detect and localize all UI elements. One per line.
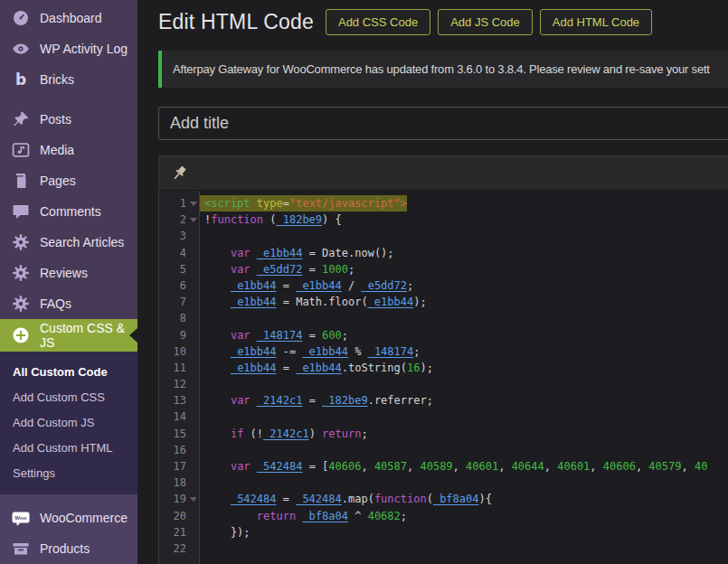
woocommerce-icon: Woo: [12, 509, 30, 527]
sidebar-item-comments[interactable]: Comments: [0, 196, 137, 227]
gear-icon: [12, 233, 30, 251]
code-line: 10 _e1bb44 -= _e1bb44 % _148174;: [159, 343, 728, 360]
add-css-code-button[interactable]: Add CSS Code: [326, 9, 430, 35]
code-line: 20 return _bf8a04 ^ 40682;: [159, 508, 728, 524]
menu-separator: [0, 95, 137, 104]
line-number: 13: [159, 392, 200, 409]
code-line-text: var _542484 = [40606, 40587, 40589, 4060…: [200, 458, 728, 475]
sidebar-item-dashboard[interactable]: Dashboard: [0, 3, 137, 33]
fold-arrow-icon[interactable]: [190, 497, 197, 502]
sidebar-item-label: Dashboard: [40, 11, 102, 25]
code-line-text: [200, 310, 728, 326]
code-line: 5 var _e5dd72 = 1000;: [159, 261, 728, 277]
comments-icon: [12, 202, 30, 221]
code-line: 13 var _2142c1 = _182be9.referrer;: [159, 392, 728, 409]
bricks-icon: b: [12, 70, 30, 89]
page-title: Edit HTML Code: [158, 10, 314, 34]
sidebar-item-label: Custom CSS & JS: [40, 321, 130, 350]
submenu-item-add-custom-html[interactable]: Add Custom HTML: [0, 435, 137, 460]
code-line: 15 if (!_2142c1) return;: [159, 426, 728, 442]
sidebar-item-reviews[interactable]: Reviews: [0, 258, 137, 288]
line-number: 15: [159, 426, 200, 442]
line-number: 1: [159, 195, 200, 212]
code-line: 9 var _148174 = 600;: [159, 327, 728, 343]
line-number: 6: [159, 277, 200, 294]
code-line-text: _542484 = _542484.map(function(_bf8a04){: [200, 491, 728, 507]
line-number: 20: [159, 508, 200, 524]
sidebar-item-wp-activity-log[interactable]: WP Activity Log: [0, 33, 137, 64]
sidebar-item-pages[interactable]: Pages: [0, 165, 137, 196]
line-number: 12: [159, 376, 200, 392]
notice-text: Afterpay Gateway for WooCommerce has upd…: [173, 62, 710, 76]
line-number: 17: [159, 458, 200, 475]
sidebar-item-products[interactable]: Products: [0, 533, 137, 564]
sidebar-item-label: Products: [40, 541, 90, 556]
line-number: 16: [159, 442, 200, 458]
line-number: 4: [159, 245, 200, 261]
code-line-text: [200, 540, 728, 557]
line-number: 3: [159, 228, 200, 244]
code-line-text: if (!_2142c1) return;: [200, 426, 728, 442]
submenu-item-settings[interactable]: Settings: [0, 460, 137, 485]
admin-sidebar: DashboardWP Activity LogbBricksPostsMedi…: [0, 0, 137, 564]
eye-icon: [12, 40, 30, 58]
line-number: 22: [159, 540, 200, 557]
add-js-code-button[interactable]: Add JS Code: [438, 9, 533, 35]
submenu-item-all-custom-code[interactable]: All Custom Code: [0, 359, 137, 384]
media-icon: [12, 141, 30, 159]
code-line: 19 _542484 = _542484.map(function(_bf8a0…: [159, 491, 728, 507]
code-lines: 1<script type="text/javascript">2!functi…: [159, 191, 728, 557]
line-number: 2: [159, 212, 200, 228]
code-line-text: var _2142c1 = _182be9.referrer;: [200, 392, 728, 409]
sidebar-section-bottom: WooWooCommerceProducts: [0, 494, 137, 564]
code-line-text: [200, 442, 728, 458]
sidebar-item-faqs[interactable]: FAQs: [0, 288, 137, 319]
sidebar-item-posts[interactable]: Posts: [0, 104, 137, 135]
code-line: 3: [159, 228, 728, 244]
line-number: 14: [159, 409, 200, 425]
sidebar-item-label: WooCommerce: [40, 511, 128, 525]
editor-toolbar: [159, 156, 728, 191]
line-number: 19: [159, 491, 200, 507]
title-input[interactable]: [158, 107, 728, 140]
code-line-text: _e1bb44 = Math.floor(_e1bb44);: [200, 294, 728, 310]
line-number: 21: [159, 524, 200, 540]
code-editor-panel: 1<script type="text/javascript">2!functi…: [158, 155, 728, 564]
submenu-item-add-custom-css[interactable]: Add Custom CSS: [0, 384, 137, 409]
sidebar-item-label: FAQs: [40, 296, 71, 311]
wordpress-admin: DashboardWP Activity LogbBricksPostsMedi…: [0, 0, 728, 564]
submenu-item-add-custom-js[interactable]: Add Custom JS: [0, 409, 137, 435]
add-html-code-button[interactable]: Add HTML Code: [540, 9, 652, 35]
code-editor[interactable]: 1<script type="text/javascript">2!functi…: [159, 191, 728, 564]
line-number: 7: [159, 294, 200, 310]
fold-arrow-icon[interactable]: [190, 218, 197, 222]
gear-icon: [12, 264, 30, 282]
line-number: 18: [159, 475, 200, 491]
sidebar-item-woocommerce[interactable]: WooWooCommerce: [0, 503, 137, 533]
sidebar-submenu: All Custom CodeAdd Custom CSSAdd Custom …: [0, 352, 137, 494]
code-line-text: <script type="text/javascript">: [200, 195, 728, 212]
code-line: 2!function (_182be9) {: [159, 212, 728, 228]
sidebar-item-label: Search Articles: [40, 235, 124, 249]
code-line: 12: [159, 376, 728, 392]
pin-icon[interactable]: [170, 164, 188, 183]
fold-arrow-icon[interactable]: [190, 202, 197, 206]
sidebar-item-custom-css-js[interactable]: Custom CSS & JS: [0, 319, 137, 352]
main-content: Edit HTML Code Add CSS CodeAdd JS CodeAd…: [137, 0, 728, 564]
code-line: 11 _e1bb44 = _e1bb44.toString(16);: [159, 360, 728, 376]
dashboard-icon: [12, 9, 30, 27]
gear-icon: [12, 295, 30, 313]
code-line: 8: [159, 310, 728, 326]
pushpin-icon: [12, 110, 30, 128]
sidebar-item-search-articles[interactable]: Search Articles: [0, 227, 137, 258]
sidebar-item-label: Bricks: [40, 72, 74, 87]
sidebar-item-label: Media: [40, 143, 74, 157]
code-line: 17 var _542484 = [40606, 40587, 40589, 4…: [159, 458, 728, 475]
line-number: 5: [159, 261, 200, 277]
sidebar-item-label: Reviews: [40, 266, 88, 280]
line-number: 10: [159, 343, 200, 360]
sidebar-item-bricks[interactable]: bBricks: [0, 64, 137, 95]
sidebar-item-media[interactable]: Media: [0, 135, 137, 165]
sidebar-item-label: Comments: [40, 204, 101, 219]
code-line: 6 _e1bb44 = _e1bb44 / _e5dd72;: [159, 277, 728, 294]
